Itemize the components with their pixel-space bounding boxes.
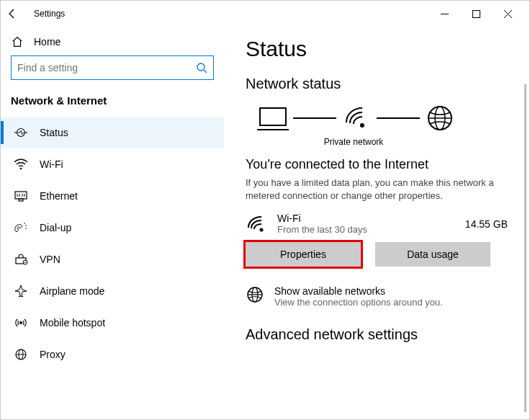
nav-label: VPN	[40, 254, 60, 265]
nav-label: Dial-up	[40, 222, 71, 233]
titlebar: Settings	[1, 1, 529, 27]
nav-label: Mobile hotspot	[40, 317, 105, 329]
nav-label: Wi-Fi	[40, 158, 63, 170]
home-nav[interactable]: Home	[1, 31, 224, 55]
airplane-icon	[14, 285, 28, 298]
nav-item-hotspot[interactable]: Mobile hotspot	[1, 307, 224, 339]
svg-rect-16	[19, 199, 23, 201]
data-usage-label: Data usage	[407, 249, 459, 260]
nav-item-dialup[interactable]: Dial-up	[1, 212, 224, 243]
nav-item-airplane[interactable]: Airplane mode	[1, 275, 224, 307]
svg-point-4	[197, 63, 205, 71]
nav-label: Ethernet	[40, 190, 78, 202]
connection-usage: 14.55 GB	[465, 218, 508, 230]
ethernet-icon	[14, 190, 28, 202]
svg-point-32	[360, 123, 364, 128]
minimize-button[interactable]	[428, 3, 460, 24]
hotspot-icon	[14, 316, 28, 329]
svg-point-36	[260, 228, 264, 231]
search-box[interactable]	[11, 55, 214, 80]
nav-item-wifi[interactable]: Wi-Fi	[1, 148, 224, 180]
main-pane: Status Network status Private network Yo…	[224, 27, 529, 419]
wifi-diagram-icon	[336, 105, 377, 131]
connection-name: Wi-Fi	[277, 213, 367, 224]
available-title: Show available networks	[274, 285, 443, 297]
svg-point-14	[20, 168, 22, 170]
data-usage-button[interactable]: Data usage	[375, 242, 490, 267]
svg-point-26	[19, 321, 22, 324]
dialup-icon	[14, 221, 28, 234]
globe-icon	[420, 104, 460, 133]
nav-item-ethernet[interactable]: Ethernet	[1, 180, 224, 212]
nav-label: Status	[40, 127, 68, 138]
search-icon	[196, 62, 207, 73]
proxy-icon	[14, 348, 28, 361]
available-sub: View the connection options around you.	[274, 297, 443, 308]
section-heading: Network & Internet	[1, 90, 224, 117]
close-button[interactable]	[492, 3, 524, 24]
properties-button[interactable]: Properties	[246, 242, 361, 267]
svg-rect-1	[472, 10, 480, 17]
nav-item-proxy[interactable]: Proxy	[1, 339, 224, 370]
wifi-icon	[14, 158, 28, 170]
nav-item-status[interactable]: Status	[1, 117, 224, 148]
properties-label: Properties	[280, 249, 326, 260]
vpn-icon	[14, 254, 28, 265]
maximize-button[interactable]	[460, 3, 492, 24]
page-title: Status	[246, 37, 529, 61]
svg-point-21	[24, 223, 25, 224]
advanced-heading: Advanced network settings	[246, 326, 529, 343]
svg-point-23	[25, 228, 27, 229]
show-available-networks[interactable]: Show available networks View the connect…	[246, 285, 529, 308]
nav-label: Proxy	[40, 349, 66, 360]
home-label: Home	[34, 36, 60, 48]
pc-icon	[253, 105, 293, 131]
svg-rect-15	[15, 192, 27, 199]
connection-row: Wi-Fi From the last 30 days 14.55 GB	[246, 213, 529, 235]
svg-point-22	[25, 225, 27, 226]
connection-wifi-icon	[246, 215, 267, 233]
svg-rect-30	[260, 108, 286, 125]
network-diagram	[253, 104, 529, 133]
search-input[interactable]	[17, 62, 196, 73]
private-network-label: Private network	[246, 137, 462, 147]
nav-item-vpn[interactable]: VPN	[1, 243, 224, 275]
status-icon	[14, 126, 28, 139]
connected-heading: You're connected to the Internet	[246, 157, 529, 172]
sidebar: Home Network & Internet Status Wi-Fi E	[1, 27, 224, 419]
svg-line-11	[21, 130, 22, 134]
globe-small-icon	[246, 285, 264, 304]
window-title: Settings	[30, 9, 65, 19]
connection-sub: From the last 30 days	[277, 224, 367, 235]
connected-description: If you have a limited data plan, you can…	[246, 177, 529, 202]
home-icon	[11, 35, 24, 48]
svg-line-5	[204, 70, 207, 73]
svg-line-12	[22, 133, 24, 135]
scrollbar[interactable]	[524, 84, 526, 412]
nav-label: Airplane mode	[40, 285, 104, 297]
back-button[interactable]	[6, 8, 30, 19]
network-status-heading: Network status	[246, 76, 529, 92]
